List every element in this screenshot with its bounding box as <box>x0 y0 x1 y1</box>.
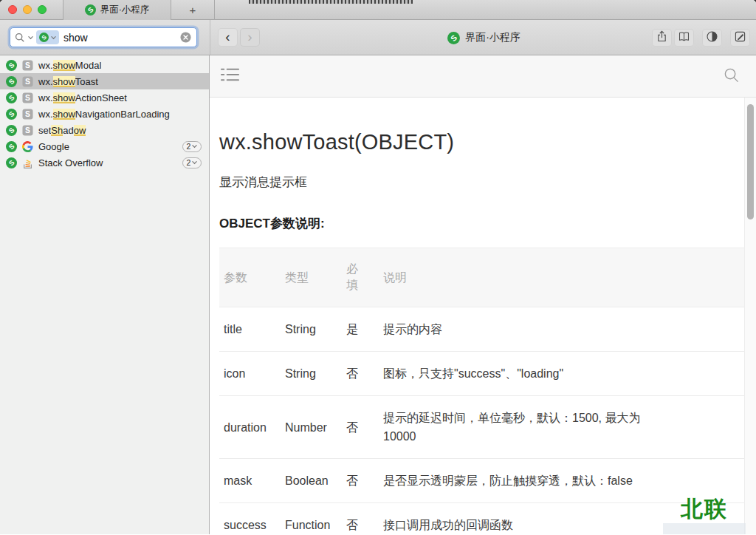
chevron-down-icon <box>192 144 197 149</box>
share-button[interactable] <box>652 29 672 47</box>
params-table: 参数类型必填说明titleString是提示的内容iconString否图标，只… <box>219 248 744 534</box>
cell-required: 否 <box>346 352 383 395</box>
page-search-icon[interactable] <box>723 67 740 86</box>
docset-miniprogram-icon: S <box>6 157 17 168</box>
compose-icon <box>734 30 746 46</box>
snippet-icon: S <box>22 92 33 103</box>
svg-text:S: S <box>25 94 30 102</box>
docset-miniprogram-icon: S <box>6 109 17 120</box>
docset-miniprogram-icon: S <box>6 60 17 71</box>
table-row: titleString是提示的内容 <box>219 307 744 351</box>
cell-desc: 提示的内容 <box>383 307 744 351</box>
new-tab-button[interactable]: + <box>171 0 215 20</box>
search-scope-button[interactable]: S <box>36 30 59 44</box>
cell-required: 否 <box>346 406 383 449</box>
toolbar-divider <box>210 20 210 55</box>
svg-text:S: S <box>25 78 30 86</box>
column-header: 参数 <box>219 256 285 299</box>
search-options-chevron-icon[interactable] <box>28 35 33 40</box>
minimize-window-button[interactable] <box>23 5 32 14</box>
cell-type: Function <box>285 503 346 534</box>
cell-type: String <box>285 307 346 351</box>
tab-docset[interactable]: S 界面·小程序 <box>63 0 171 20</box>
nav-buttons: ‹ › <box>218 28 260 47</box>
result-count-badge[interactable]: 2 <box>182 157 202 168</box>
cell-desc: 提示的延迟时间，单位毫秒，默认：1500, 最大为 10000 <box>383 396 744 458</box>
docset-miniprogram-icon: S <box>6 76 17 87</box>
stackoverflow-icon <box>22 157 33 168</box>
snippet-icon: S <box>22 109 33 120</box>
search-result-item[interactable]: SStack Overflow2 <box>0 154 209 171</box>
result-label: wx.showModal <box>38 60 101 71</box>
search-result-item[interactable]: SSwx.showToast <box>0 73 209 89</box>
contrast-button[interactable] <box>702 29 722 47</box>
column-header: 说明 <box>383 256 744 299</box>
toolbar-actions <box>652 29 750 47</box>
search-result-item[interactable]: SSwx.showModal <box>0 57 209 73</box>
docset-miniprogram-icon: S <box>6 141 17 152</box>
toolbar: S ‹ › S 界面·小程序 <box>0 20 756 55</box>
column-header: 类型 <box>285 256 346 299</box>
app-window: S 界面·小程序 + S ‹ › S 界面·小程序 <box>0 0 756 535</box>
watermark: 北联 <box>681 494 728 525</box>
main-split: SSwx.showModalSSwx.showToastSSwx.showAct… <box>0 55 756 534</box>
table-row: maskBoolean否是否显示透明蒙层，防止触摸穿透，默认：false <box>219 458 744 502</box>
chevron-down-icon <box>192 160 197 165</box>
zoom-window-button[interactable] <box>38 5 47 14</box>
result-count-badge[interactable]: 2 <box>182 141 202 152</box>
result-label: Google <box>38 141 69 152</box>
snippet-icon: S <box>22 125 33 136</box>
google-icon <box>22 141 33 152</box>
scrollbar-thumb[interactable] <box>747 104 754 219</box>
cell-param: icon <box>219 352 285 395</box>
search-result-item[interactable]: SGoogle2 <box>0 138 209 154</box>
page-title: wx.showToast(OBJECT) <box>219 130 744 154</box>
tab-title: 界面·小程序 <box>100 4 150 16</box>
annotate-button[interactable] <box>730 29 750 47</box>
close-window-button[interactable] <box>8 5 17 14</box>
cell-required: 否 <box>346 503 383 534</box>
watermark-box <box>663 523 746 534</box>
docset-miniprogram-icon: S <box>6 92 17 103</box>
share-icon <box>656 30 668 46</box>
forward-button: › <box>240 28 260 47</box>
svg-text:S: S <box>449 33 458 42</box>
search-result-item[interactable]: SSwx.showActionSheet <box>0 89 209 106</box>
clear-search-icon[interactable] <box>180 32 191 43</box>
column-header: 必填 <box>346 248 383 307</box>
snippet-icon: S <box>22 76 33 87</box>
toolbar-title-text: 界面·小程序 <box>465 31 520 44</box>
search-icon <box>15 33 25 43</box>
cell-required: 否 <box>346 459 383 502</box>
contrast-icon <box>706 30 718 46</box>
docset-miniprogram-icon: S <box>6 125 17 136</box>
cell-param: title <box>219 307 285 351</box>
content-header <box>210 55 756 98</box>
chevron-down-icon <box>51 35 56 40</box>
search-field[interactable]: S <box>10 27 197 47</box>
content-pane: wx.showToast(OBJECT) 显示消息提示框 OBJECT参数说明:… <box>210 55 756 534</box>
table-header-row: 参数类型必填说明 <box>219 248 744 307</box>
svg-text:S: S <box>25 126 30 134</box>
search-input[interactable] <box>62 31 177 44</box>
sidebar: SSwx.showModalSSwx.showToastSSwx.showAct… <box>0 55 210 534</box>
page-description: 显示消息提示框 <box>219 174 744 191</box>
cell-type: Boolean <box>285 459 346 502</box>
back-button[interactable]: ‹ <box>218 28 238 47</box>
section-title: OBJECT参数说明: <box>219 215 744 232</box>
bookmarks-button[interactable] <box>674 29 694 47</box>
cell-desc: 图标，只支持"success"、"loading" <box>383 352 744 395</box>
search-result-item[interactable]: SSsetShadow <box>0 122 209 138</box>
titlebar-artifact <box>249 0 413 4</box>
table-of-contents-icon[interactable] <box>220 67 240 86</box>
table-row: iconString否图标，只支持"success"、"loading" <box>219 351 744 395</box>
miniprogram-icon: S <box>39 33 49 42</box>
doc-page: wx.showToast(OBJECT) 显示消息提示框 OBJECT参数说明:… <box>210 98 756 534</box>
result-label: wx.showToast <box>38 76 98 87</box>
result-label: wx.showActionSheet <box>38 92 127 103</box>
search-result-item[interactable]: SSwx.showNavigationBarLoading <box>0 106 209 122</box>
scrollbar-track[interactable] <box>744 98 756 534</box>
result-label: setShadow <box>38 125 86 136</box>
miniprogram-icon: S <box>447 32 460 44</box>
traffic-lights <box>8 5 47 14</box>
